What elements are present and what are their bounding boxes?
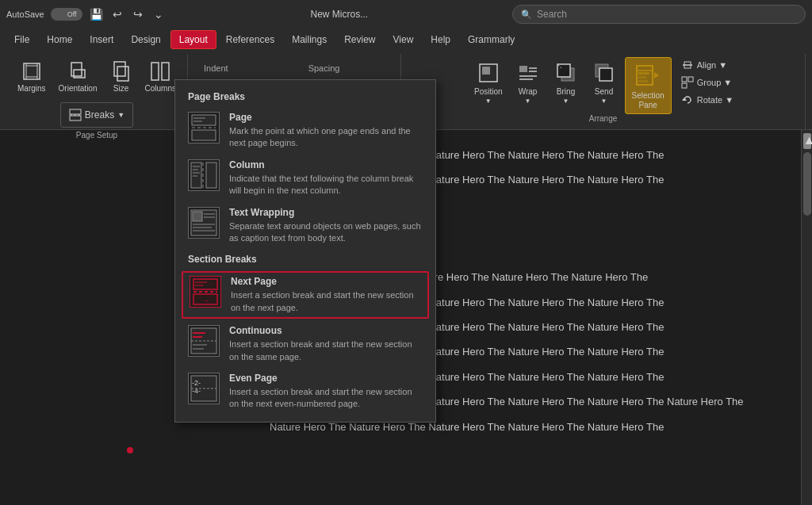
redo-icon[interactable]: ↪ xyxy=(130,6,146,22)
svg-rect-12 xyxy=(70,109,81,114)
svg-text:-2-: -2- xyxy=(192,379,201,387)
size-button[interactable]: Size xyxy=(105,57,137,96)
menu-help[interactable]: Help xyxy=(423,31,458,48)
search-bar[interactable]: 🔍 Search xyxy=(512,5,806,24)
page-setup-label: Page Setup xyxy=(76,131,117,143)
scroll-thumb[interactable] xyxy=(803,152,811,216)
ribbon: Margins Orientation Size xyxy=(0,51,812,130)
menu-layout[interactable]: Layout xyxy=(170,30,216,49)
break-page-text: Page Mark the point at which one page en… xyxy=(229,112,423,150)
red-dot xyxy=(127,447,133,453)
break-continuous-desc: Insert a section break and start the new… xyxy=(229,339,423,363)
break-evenpage-item[interactable]: -2- -4- Even Page Insert a section break… xyxy=(175,368,435,415)
break-column-icon xyxy=(188,159,220,191)
break-page-title: Page xyxy=(229,112,423,123)
group-label: Group ▼ xyxy=(697,78,733,87)
autosave-toggle[interactable]: Off xyxy=(51,8,82,21)
menu-review[interactable]: Review xyxy=(336,31,383,48)
margins-label: Margins xyxy=(17,84,46,93)
breaks-button[interactable]: Breaks ▼ xyxy=(60,102,133,128)
menu-insert[interactable]: Insert xyxy=(82,31,121,48)
break-column-desc: Indicate that the text following the col… xyxy=(229,173,423,197)
align-button[interactable]: Align ▼ xyxy=(678,57,737,73)
send-backward-icon xyxy=(592,60,617,86)
selection-pane-label: SelectionPane xyxy=(632,91,665,110)
undo-icon[interactable]: ↩ xyxy=(109,6,125,22)
section-breaks-title: Section Breaks xyxy=(175,249,435,270)
break-nextpage-text: Next Page Insert a section break and sta… xyxy=(231,276,421,314)
bring-forward-arrow: ▼ xyxy=(563,98,569,105)
menu-view[interactable]: View xyxy=(385,31,422,48)
svg-rect-26 xyxy=(599,68,612,81)
orientation-label: Orientation xyxy=(59,84,98,93)
save-icon[interactable]: 💾 xyxy=(89,6,105,22)
break-evenpage-icon: -2- -4- xyxy=(188,373,220,404)
rotate-button[interactable]: Rotate ▼ xyxy=(678,92,737,108)
svg-rect-36 xyxy=(682,83,687,88)
margins-button[interactable]: Margins xyxy=(13,57,51,96)
align-icon xyxy=(681,59,694,71)
orientation-button[interactable]: Orientation xyxy=(54,57,102,96)
break-evenpage-text: Even Page Insert a section break and sta… xyxy=(229,373,423,411)
send-backward-label: Send xyxy=(595,87,613,96)
ribbon-group-page-setup: Margins Orientation Size xyxy=(6,54,188,129)
size-label: Size xyxy=(113,84,128,93)
svg-rect-10 xyxy=(151,63,159,80)
break-nextpage-icon: → xyxy=(190,276,221,308)
svg-rect-35 xyxy=(688,77,693,82)
break-page-desc: Mark the point at which one page ends an… xyxy=(229,125,423,150)
group-icon xyxy=(681,76,694,89)
break-nextpage-title: Next Page xyxy=(231,276,421,287)
menu-references[interactable]: References xyxy=(218,31,282,48)
svg-rect-44 xyxy=(206,163,216,188)
spacing-label: Spacing xyxy=(308,63,385,73)
break-page-icon xyxy=(188,112,220,143)
svg-rect-51 xyxy=(193,212,202,221)
break-column-title: Column xyxy=(229,159,423,170)
scrollbar[interactable]: ▲ xyxy=(801,130,812,505)
bring-forward-icon xyxy=(553,60,579,86)
menu-grammarly[interactable]: Grammarly xyxy=(460,31,523,48)
break-continuous-text: Continuous Insert a section break and st… xyxy=(229,325,423,363)
group-button[interactable]: Group ▼ xyxy=(678,75,737,90)
breaks-dropdown: Page Breaks Page Mark the point at which… xyxy=(174,79,436,423)
toggle-off-label: Off xyxy=(67,10,77,18)
more-icon[interactable]: ⌄ xyxy=(151,6,167,22)
break-column-item[interactable]: Column Indicate that the text following … xyxy=(175,155,435,202)
menu-design[interactable]: Design xyxy=(123,31,168,48)
columns-label: Columns xyxy=(145,84,176,93)
break-textwrap-item[interactable]: Text Wrapping Separate text around objec… xyxy=(175,202,435,250)
wrap-text-button[interactable]: Wrap ▼ xyxy=(511,57,546,114)
break-page-item[interactable]: Page Mark the point at which one page en… xyxy=(175,107,435,155)
menu-file[interactable]: File xyxy=(6,31,37,48)
send-backward-button[interactable]: Send ▼ xyxy=(587,57,622,114)
arrange-label: Arrange xyxy=(589,114,618,126)
svg-text:→: → xyxy=(203,297,209,304)
break-textwrap-icon xyxy=(188,207,220,239)
svg-rect-29 xyxy=(638,72,649,75)
break-continuous-item[interactable]: Continuous Insert a section break and st… xyxy=(175,320,435,368)
selection-pane-button[interactable]: SelectionPane xyxy=(625,57,672,114)
svg-marker-37 xyxy=(682,98,687,101)
wrap-text-arrow: ▼ xyxy=(525,98,531,105)
indent-label: Indent xyxy=(204,63,283,73)
columns-icon xyxy=(149,60,171,82)
page-setup-buttons: Margins Orientation Size xyxy=(13,57,181,96)
arrange-buttons: Position ▼ Wrap ▼ xyxy=(469,57,737,114)
position-button[interactable]: Position ▼ xyxy=(469,57,508,114)
scroll-up-arrow[interactable]: ▲ xyxy=(803,133,811,149)
break-column-text: Column Indicate that the text following … xyxy=(229,159,423,197)
position-label: Position xyxy=(474,87,503,96)
wrap-text-icon xyxy=(515,60,541,86)
size-icon xyxy=(110,60,132,82)
svg-rect-16 xyxy=(482,67,490,75)
bring-forward-button[interactable]: Bring ▼ xyxy=(549,57,584,114)
svg-rect-39 xyxy=(192,130,216,140)
send-backward-arrow: ▼ xyxy=(601,98,607,105)
menu-mailings[interactable]: Mailings xyxy=(284,31,335,48)
bring-forward-label: Bring xyxy=(557,87,575,96)
menu-home[interactable]: Home xyxy=(39,31,80,48)
align-label: Align ▼ xyxy=(697,60,727,70)
svg-rect-57 xyxy=(193,279,217,289)
break-nextpage-item[interactable]: → Next Page Insert a section break and s… xyxy=(182,271,429,319)
